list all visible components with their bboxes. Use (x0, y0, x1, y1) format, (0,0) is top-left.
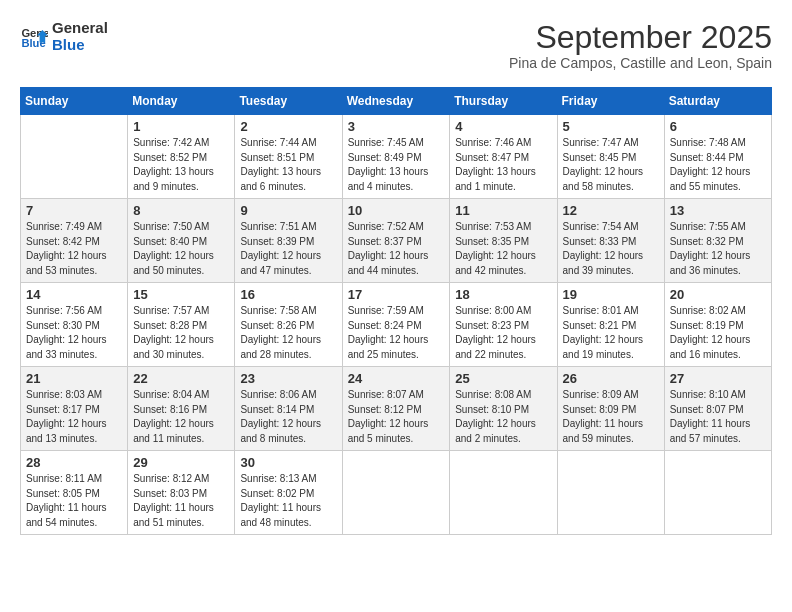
day-number: 16 (240, 287, 336, 302)
calendar-day: 8Sunrise: 7:50 AM Sunset: 8:40 PM Daylig… (128, 199, 235, 283)
day-number: 26 (563, 371, 659, 386)
column-header-sunday: Sunday (21, 88, 128, 115)
day-info: Sunrise: 7:44 AM Sunset: 8:51 PM Dayligh… (240, 136, 336, 194)
column-header-saturday: Saturday (664, 88, 771, 115)
day-info: Sunrise: 7:49 AM Sunset: 8:42 PM Dayligh… (26, 220, 122, 278)
day-info: Sunrise: 8:07 AM Sunset: 8:12 PM Dayligh… (348, 388, 445, 446)
day-number: 2 (240, 119, 336, 134)
day-info: Sunrise: 7:53 AM Sunset: 8:35 PM Dayligh… (455, 220, 551, 278)
day-number: 19 (563, 287, 659, 302)
day-info: Sunrise: 8:06 AM Sunset: 8:14 PM Dayligh… (240, 388, 336, 446)
calendar-table: SundayMondayTuesdayWednesdayThursdayFrid… (20, 87, 772, 535)
day-number: 18 (455, 287, 551, 302)
calendar-week-1: 1Sunrise: 7:42 AM Sunset: 8:52 PM Daylig… (21, 115, 772, 199)
day-number: 30 (240, 455, 336, 470)
calendar-day: 15Sunrise: 7:57 AM Sunset: 8:28 PM Dayli… (128, 283, 235, 367)
day-number: 4 (455, 119, 551, 134)
logo-blue: Blue (52, 37, 108, 54)
calendar-day: 3Sunrise: 7:45 AM Sunset: 8:49 PM Daylig… (342, 115, 450, 199)
calendar-header-row: SundayMondayTuesdayWednesdayThursdayFrid… (21, 88, 772, 115)
column-header-tuesday: Tuesday (235, 88, 342, 115)
day-info: Sunrise: 7:47 AM Sunset: 8:45 PM Dayligh… (563, 136, 659, 194)
day-info: Sunrise: 7:57 AM Sunset: 8:28 PM Dayligh… (133, 304, 229, 362)
day-info: Sunrise: 8:09 AM Sunset: 8:09 PM Dayligh… (563, 388, 659, 446)
calendar-day (342, 451, 450, 535)
day-info: Sunrise: 7:45 AM Sunset: 8:49 PM Dayligh… (348, 136, 445, 194)
day-info: Sunrise: 8:03 AM Sunset: 8:17 PM Dayligh… (26, 388, 122, 446)
column-header-wednesday: Wednesday (342, 88, 450, 115)
calendar-day: 25Sunrise: 8:08 AM Sunset: 8:10 PM Dayli… (450, 367, 557, 451)
calendar-day: 27Sunrise: 8:10 AM Sunset: 8:07 PM Dayli… (664, 367, 771, 451)
calendar-day: 12Sunrise: 7:54 AM Sunset: 8:33 PM Dayli… (557, 199, 664, 283)
day-number: 6 (670, 119, 766, 134)
day-info: Sunrise: 7:42 AM Sunset: 8:52 PM Dayligh… (133, 136, 229, 194)
day-info: Sunrise: 8:04 AM Sunset: 8:16 PM Dayligh… (133, 388, 229, 446)
calendar-day (450, 451, 557, 535)
calendar-day: 11Sunrise: 7:53 AM Sunset: 8:35 PM Dayli… (450, 199, 557, 283)
day-info: Sunrise: 7:52 AM Sunset: 8:37 PM Dayligh… (348, 220, 445, 278)
calendar-week-5: 28Sunrise: 8:11 AM Sunset: 8:05 PM Dayli… (21, 451, 772, 535)
logo-icon: General Blue (20, 23, 48, 51)
day-info: Sunrise: 8:01 AM Sunset: 8:21 PM Dayligh… (563, 304, 659, 362)
day-info: Sunrise: 7:56 AM Sunset: 8:30 PM Dayligh… (26, 304, 122, 362)
calendar-day: 22Sunrise: 8:04 AM Sunset: 8:16 PM Dayli… (128, 367, 235, 451)
calendar-day (664, 451, 771, 535)
calendar-day: 21Sunrise: 8:03 AM Sunset: 8:17 PM Dayli… (21, 367, 128, 451)
calendar-day: 18Sunrise: 8:00 AM Sunset: 8:23 PM Dayli… (450, 283, 557, 367)
calendar-day: 30Sunrise: 8:13 AM Sunset: 8:02 PM Dayli… (235, 451, 342, 535)
calendar-day: 17Sunrise: 7:59 AM Sunset: 8:24 PM Dayli… (342, 283, 450, 367)
calendar-day: 20Sunrise: 8:02 AM Sunset: 8:19 PM Dayli… (664, 283, 771, 367)
calendar-day (21, 115, 128, 199)
day-number: 23 (240, 371, 336, 386)
day-info: Sunrise: 7:59 AM Sunset: 8:24 PM Dayligh… (348, 304, 445, 362)
calendar-day: 10Sunrise: 7:52 AM Sunset: 8:37 PM Dayli… (342, 199, 450, 283)
day-number: 10 (348, 203, 445, 218)
calendar-day: 9Sunrise: 7:51 AM Sunset: 8:39 PM Daylig… (235, 199, 342, 283)
page-header: General Blue General Blue September 2025… (20, 20, 772, 71)
day-number: 20 (670, 287, 766, 302)
calendar-week-4: 21Sunrise: 8:03 AM Sunset: 8:17 PM Dayli… (21, 367, 772, 451)
day-info: Sunrise: 7:54 AM Sunset: 8:33 PM Dayligh… (563, 220, 659, 278)
day-number: 3 (348, 119, 445, 134)
day-info: Sunrise: 7:50 AM Sunset: 8:40 PM Dayligh… (133, 220, 229, 278)
calendar-day: 7Sunrise: 7:49 AM Sunset: 8:42 PM Daylig… (21, 199, 128, 283)
calendar-day: 28Sunrise: 8:11 AM Sunset: 8:05 PM Dayli… (21, 451, 128, 535)
day-info: Sunrise: 7:51 AM Sunset: 8:39 PM Dayligh… (240, 220, 336, 278)
logo: General Blue General Blue (20, 20, 108, 53)
calendar-day: 1Sunrise: 7:42 AM Sunset: 8:52 PM Daylig… (128, 115, 235, 199)
title-block: September 2025 Pina de Campos, Castille … (509, 20, 772, 71)
calendar-week-3: 14Sunrise: 7:56 AM Sunset: 8:30 PM Dayli… (21, 283, 772, 367)
day-number: 7 (26, 203, 122, 218)
day-info: Sunrise: 8:02 AM Sunset: 8:19 PM Dayligh… (670, 304, 766, 362)
day-number: 21 (26, 371, 122, 386)
column-header-monday: Monday (128, 88, 235, 115)
calendar-day: 4Sunrise: 7:46 AM Sunset: 8:47 PM Daylig… (450, 115, 557, 199)
day-number: 25 (455, 371, 551, 386)
calendar-day: 16Sunrise: 7:58 AM Sunset: 8:26 PM Dayli… (235, 283, 342, 367)
day-info: Sunrise: 8:00 AM Sunset: 8:23 PM Dayligh… (455, 304, 551, 362)
day-info: Sunrise: 7:58 AM Sunset: 8:26 PM Dayligh… (240, 304, 336, 362)
calendar-day: 5Sunrise: 7:47 AM Sunset: 8:45 PM Daylig… (557, 115, 664, 199)
calendar-day: 19Sunrise: 8:01 AM Sunset: 8:21 PM Dayli… (557, 283, 664, 367)
day-number: 11 (455, 203, 551, 218)
day-number: 12 (563, 203, 659, 218)
calendar-day: 24Sunrise: 8:07 AM Sunset: 8:12 PM Dayli… (342, 367, 450, 451)
month-title: September 2025 (509, 20, 772, 55)
day-number: 27 (670, 371, 766, 386)
day-number: 8 (133, 203, 229, 218)
calendar-week-2: 7Sunrise: 7:49 AM Sunset: 8:42 PM Daylig… (21, 199, 772, 283)
day-number: 24 (348, 371, 445, 386)
day-number: 17 (348, 287, 445, 302)
day-number: 5 (563, 119, 659, 134)
day-info: Sunrise: 8:12 AM Sunset: 8:03 PM Dayligh… (133, 472, 229, 530)
day-number: 13 (670, 203, 766, 218)
day-info: Sunrise: 8:10 AM Sunset: 8:07 PM Dayligh… (670, 388, 766, 446)
day-info: Sunrise: 8:08 AM Sunset: 8:10 PM Dayligh… (455, 388, 551, 446)
calendar-day (557, 451, 664, 535)
calendar-day: 23Sunrise: 8:06 AM Sunset: 8:14 PM Dayli… (235, 367, 342, 451)
day-info: Sunrise: 8:13 AM Sunset: 8:02 PM Dayligh… (240, 472, 336, 530)
logo-general: General (52, 20, 108, 37)
calendar-day: 14Sunrise: 7:56 AM Sunset: 8:30 PM Dayli… (21, 283, 128, 367)
location: Pina de Campos, Castille and Leon, Spain (509, 55, 772, 71)
day-number: 9 (240, 203, 336, 218)
